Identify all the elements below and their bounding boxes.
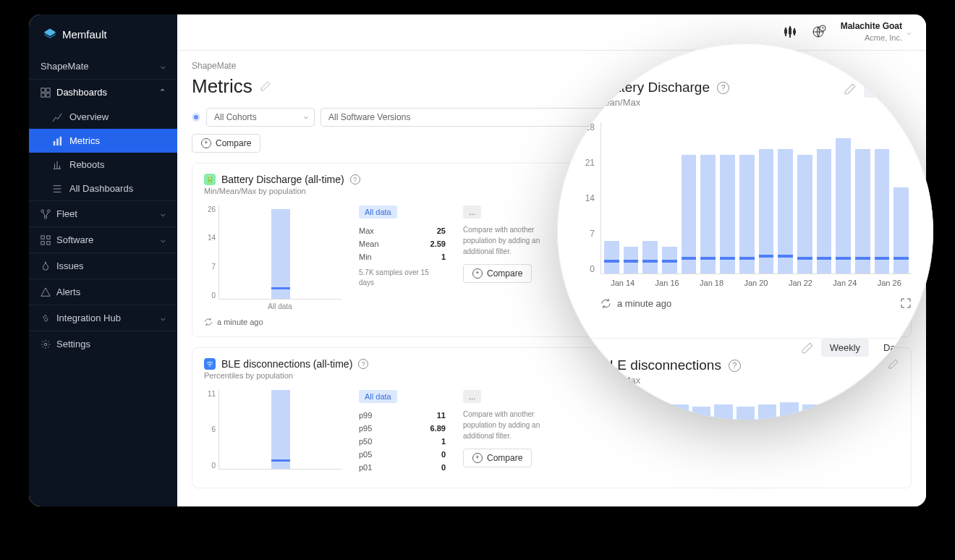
- svg-point-14: [44, 343, 47, 346]
- compare-button-inline[interactable]: +Compare: [463, 449, 532, 467]
- sidebar: Memfault ShapeMate⌵ Dashboards ⌃ Overvie…: [29, 14, 177, 506]
- dots-badge: ...: [463, 205, 481, 219]
- link-icon: [41, 313, 51, 323]
- card-title: BLE disconnections (all-time): [221, 358, 352, 370]
- list-icon: [52, 184, 62, 194]
- svg-rect-4: [54, 141, 56, 145]
- chevron-down-icon: ⌵: [161, 61, 166, 71]
- user-org: Acme, Inc.: [841, 33, 902, 43]
- battery-icon: 🔋: [204, 174, 216, 185]
- sidebar-item-all-dashboards[interactable]: All Dashboards: [29, 177, 177, 200]
- zoom-subtitle: Min/Mean/Max: [579, 97, 912, 108]
- globe-clock-icon[interactable]: [812, 25, 826, 39]
- chevron-down-icon: ⌵: [907, 27, 912, 37]
- alldata-badge: All data: [359, 390, 397, 403]
- pencil-icon[interactable]: [844, 82, 857, 96]
- sidebar-item-metrics[interactable]: Metrics: [29, 129, 177, 153]
- svg-point-8: [48, 209, 51, 212]
- chevron-down-icon: ⌵: [161, 235, 166, 245]
- reboot-icon: [52, 160, 62, 170]
- fleet-icon: [41, 209, 51, 219]
- zoom-battery-card: 🔋 Battery Discharge ? Min/Mean/Max Weekl…: [579, 80, 912, 309]
- plus-circle-icon: +: [472, 453, 483, 463]
- flame-icon: [41, 261, 51, 271]
- nav-fleet[interactable]: Fleet⌵: [29, 200, 177, 226]
- stats-column: All data Max25 Mean2.59 Min1 5.7K sample…: [359, 205, 446, 326]
- zoom-title: BLE disconnections: [600, 357, 721, 373]
- timestamp: a minute ago: [204, 318, 341, 326]
- help-icon[interactable]: ?: [717, 82, 729, 94]
- memfault-icon: [43, 27, 56, 41]
- svg-rect-12: [41, 241, 44, 244]
- gear-icon: [41, 339, 51, 349]
- grid-icon: [41, 235, 51, 245]
- expand-icon[interactable]: [900, 297, 912, 309]
- project-selector[interactable]: ShapeMate⌵: [29, 54, 177, 79]
- cohorts-select[interactable]: All Cohorts: [206, 108, 315, 127]
- svg-rect-5: [56, 138, 59, 145]
- chart-icon: [52, 112, 62, 122]
- pencil-icon[interactable]: [260, 80, 271, 92]
- sidebar-item-reboots[interactable]: Reboots: [29, 153, 177, 177]
- help-icon[interactable]: ?: [358, 359, 368, 369]
- help-icon[interactable]: ?: [729, 360, 741, 372]
- ble-mini-chart: 1160: [204, 390, 341, 478]
- svg-point-9: [44, 216, 47, 219]
- dashboard-icon: [41, 88, 51, 98]
- range-weekly-button[interactable]: Weekly: [821, 339, 869, 357]
- user-name: Malachite Goat: [841, 21, 902, 33]
- help-icon[interactable]: ?: [350, 174, 360, 184]
- plus-circle-icon: +: [472, 268, 483, 279]
- compare-button-inline[interactable]: +Compare: [463, 264, 532, 283]
- svg-rect-2: [41, 93, 45, 96]
- bars-icon: [52, 136, 62, 146]
- svg-rect-0: [41, 88, 45, 91]
- compare-column: ... Compare with another population by a…: [463, 390, 557, 478]
- nav-software[interactable]: Software⌵: [29, 226, 177, 253]
- svg-rect-6: [60, 136, 62, 145]
- zoom-lens: 🔋 Battery Discharge ? Min/Mean/Max Weekl…: [557, 43, 933, 420]
- refresh-icon[interactable]: [600, 298, 611, 309]
- nav-settings[interactable]: Settings: [29, 331, 177, 357]
- stats-column: All data p9911 p956.89 p501 p050 p010: [359, 390, 446, 478]
- svg-rect-13: [47, 241, 50, 244]
- refresh-icon[interactable]: [204, 318, 213, 326]
- sidebar-item-overview[interactable]: Overview: [29, 105, 177, 129]
- versions-select[interactable]: All Software Versions: [321, 108, 610, 127]
- brand-logo: Memfault: [29, 14, 177, 54]
- svg-rect-11: [47, 235, 50, 238]
- topbar: Malachite Goat Acme, Inc. ⌵: [177, 14, 926, 51]
- filter-indicator: [192, 113, 200, 122]
- svg-point-7: [41, 209, 44, 212]
- zoom-battery-chart: 28 21 14 7 0: [579, 122, 912, 274]
- card-title: Battery Discharge (all-time): [221, 174, 344, 185]
- alert-icon: [41, 287, 51, 297]
- pencil-icon[interactable]: [801, 341, 814, 355]
- chevron-down-icon: ⌵: [161, 313, 166, 323]
- wifi-icon: [204, 358, 216, 370]
- chevron-down-icon: ⌵: [161, 209, 166, 219]
- svg-rect-1: [46, 88, 50, 91]
- compare-column: ... Compare with another population by a…: [463, 205, 557, 326]
- compare-button[interactable]: +Compare: [192, 134, 260, 153]
- nav-dashboards-header[interactable]: Dashboards ⌃: [29, 79, 177, 105]
- pencil-icon[interactable]: [888, 358, 899, 370]
- plus-circle-icon: +: [201, 138, 211, 148]
- svg-rect-10: [41, 235, 44, 238]
- candlestick-icon[interactable]: [783, 25, 797, 39]
- battery-mini-chart: 261470 All data a minute ago: [204, 205, 341, 326]
- nav-issues[interactable]: Issues: [29, 253, 177, 279]
- svg-rect-3: [46, 93, 50, 96]
- user-menu[interactable]: Malachite Goat Acme, Inc. ⌵: [841, 21, 912, 43]
- alldata-badge: All data: [359, 205, 397, 219]
- timestamp: a minute ago: [617, 298, 671, 309]
- zoom-x-axis: Jan 14Jan 16Jan 18Jan 20Jan 22Jan 24Jan …: [600, 279, 912, 287]
- brand-name: Memfault: [62, 28, 107, 41]
- nav-integration[interactable]: Integration Hub⌵: [29, 305, 177, 331]
- dots-badge: ...: [463, 390, 481, 403]
- chevron-up-icon: ⌃: [159, 88, 166, 97]
- nav-alerts[interactable]: Alerts: [29, 279, 177, 305]
